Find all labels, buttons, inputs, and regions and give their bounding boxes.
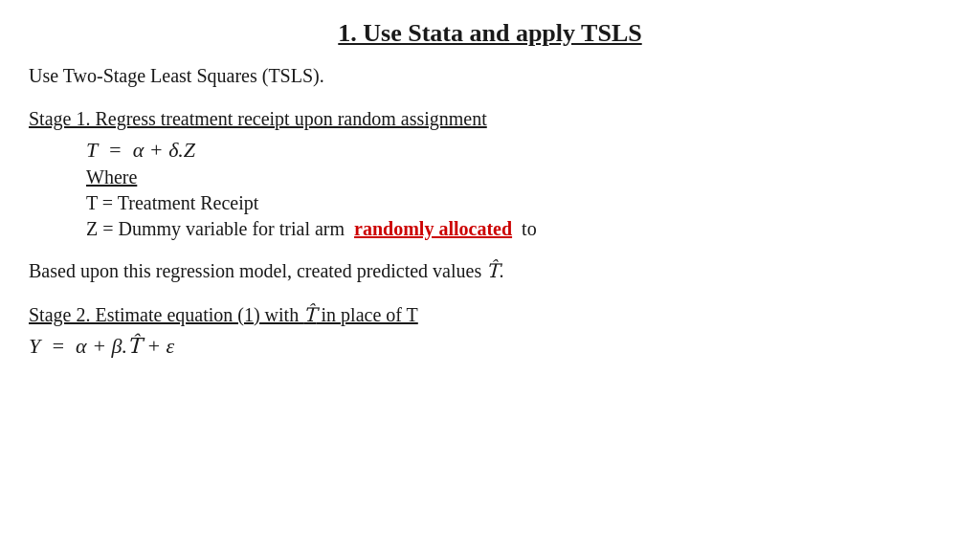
def-z: Z = Dummy variable for trial arm randoml…: [86, 218, 951, 240]
def-t: T = Treatment Receipt: [86, 192, 951, 214]
randomly-allocated-link[interactable]: randomly allocated: [354, 218, 512, 239]
page-title: 1. Use Stata and apply TSLS: [29, 19, 951, 48]
where-label: Where: [86, 166, 951, 188]
intro-text: Use Two-Stage Least Squares (TSLS).: [29, 65, 951, 87]
stage2-heading: Stage 2. Estimate equation (1) with T̂ i…: [29, 303, 951, 326]
stage2-equation: Y = α + β.T̂ + ε: [29, 334, 951, 359]
predicted-text: Based upon this regression model, create…: [29, 259, 951, 282]
stage1-equation: T = α + δ.Z: [86, 138, 951, 163]
stage1-heading: Stage 1. Regress treatment receipt upon …: [29, 108, 951, 130]
